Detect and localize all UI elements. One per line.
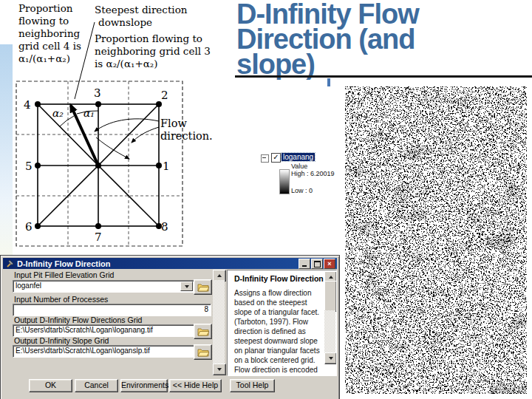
window-controls: ×	[299, 259, 335, 269]
folder-icon	[197, 327, 209, 336]
flow-direction-map	[345, 86, 527, 394]
pit-filled-combo[interactable]: loganfel	[13, 280, 194, 293]
flow-direction-label: Flow	[160, 117, 187, 129]
legend-low-value: Low : 0	[291, 187, 313, 194]
dialog-titlebar[interactable]: D-Infinity Flow Direction ×	[3, 258, 337, 269]
prop-cell3-text: Proportion flowing to	[95, 33, 202, 44]
processes-value: 8	[204, 305, 208, 313]
node-label-3: 3	[94, 86, 101, 100]
svg-text:grid cell 4 is: grid cell 4 is	[18, 40, 81, 52]
scroll-down-button[interactable]	[213, 364, 226, 375]
node-label-5: 5	[25, 160, 33, 173]
minimize-button[interactable]	[299, 259, 310, 269]
field-label-flowdir-grid: Output D-Infinity Flow Directions Grid	[14, 316, 142, 324]
alpha1-label: α₁	[83, 107, 94, 119]
svg-text:downslope: downslope	[98, 16, 152, 28]
dialog-title: D-Infinity Flow Direction	[17, 259, 111, 268]
browse-button-input[interactable]	[194, 279, 212, 295]
hide-help-button[interactable]: << Hide Help	[169, 379, 222, 392]
minimize-icon	[302, 265, 307, 267]
geoprocessing-dialog: D-Infinity Flow Direction × Input Pit Fi…	[0, 255, 340, 399]
expander-minus-icon[interactable]	[261, 154, 269, 163]
close-button[interactable]: ×	[324, 259, 335, 269]
browse-button-flowdir[interactable]	[194, 324, 212, 339]
svg-text:α₁/(α₁+α₂): α₁/(α₁+α₂)	[18, 52, 70, 64]
folder-icon	[197, 282, 209, 292]
processes-input[interactable]: 8	[13, 304, 211, 316]
arrow-up-icon	[217, 274, 222, 277]
svg-text:direction.: direction.	[160, 130, 213, 142]
arrow-up-icon	[329, 276, 333, 279]
svg-text:flowing to: flowing to	[18, 15, 69, 27]
node-label-4: 4	[24, 98, 31, 112]
page-title: D-Infinity Flow Direction (and slope)	[236, 1, 532, 77]
prop-cell4-text: Proportion	[18, 2, 73, 14]
folder-icon	[197, 347, 209, 357]
browse-button-slope[interactable]	[194, 344, 212, 360]
layer-checkbox[interactable]: ✓	[271, 153, 281, 163]
alpha2-label: α₂	[52, 107, 63, 119]
chevron-down-icon	[185, 285, 189, 288]
flowdir-grid-input[interactable]: E:\Users\dtarb\Scratch\Logan\loganang.ti…	[13, 324, 194, 337]
help-text: Assigns a flow direction based on the st…	[234, 288, 321, 375]
legend-value-label: Value	[291, 163, 307, 170]
field-label-pit-filled: Input Pit Filled Elevation Grid	[14, 270, 114, 279]
grayscale-color-ramp	[279, 169, 290, 194]
svg-text:neighboring grid cell 3: neighboring grid cell 3	[95, 45, 211, 57]
arrow-down-icon	[329, 357, 333, 360]
field-label-processes: Input Number of Processes	[14, 295, 108, 304]
page-title-line: Direction (and	[236, 27, 532, 52]
title-underline	[235, 75, 532, 78]
layer-name[interactable]: loganang	[282, 153, 315, 161]
slope-grid-value: E:\Users\dtarb\Scratch\Logan\loganslp.ti…	[16, 347, 150, 355]
maximize-button[interactable]	[311, 259, 323, 269]
check-icon: ✓	[273, 153, 279, 161]
page-title-line: D-Infinity Flow	[236, 1, 532, 27]
pit-filled-value: loganfel	[16, 282, 41, 290]
environments-button[interactable]: Environments...	[120, 379, 168, 392]
scrollbar-thumb[interactable]	[324, 281, 337, 312]
field-label-slope-grid: Output D-Infinity Slope Grid	[14, 336, 109, 345]
node-label-1: 1	[163, 160, 170, 173]
node-label-2: 2	[161, 89, 168, 102]
node-label-6: 6	[25, 220, 33, 233]
scrollbar-track[interactable]	[213, 280, 225, 364]
arrow-down-icon	[217, 368, 222, 371]
slide: D-Infinity Flow Direction (and slope)	[0, 0, 532, 399]
help-scrollbar[interactable]	[324, 271, 335, 363]
legend-high-value: High : 6.20019	[291, 170, 335, 177]
node-label-8: 8	[161, 220, 168, 233]
scrollbar-track[interactable]	[324, 310, 335, 353]
slope-grid-input[interactable]: E:\Users\dtarb\Scratch\Logan\loganslp.ti…	[13, 345, 194, 358]
tool-help-button[interactable]: Tool Help	[230, 379, 275, 392]
blue-artifact	[327, 78, 330, 86]
svg-text:neighboring: neighboring	[18, 27, 81, 39]
cancel-button[interactable]: Cancel	[75, 379, 118, 392]
page-title-line: slope)	[236, 52, 532, 77]
close-icon: ×	[327, 261, 331, 267]
svg-text:is α₂/(α₁+α₂): is α₂/(α₁+α₂)	[95, 58, 158, 69]
steepest-direction-text: Steepest direction	[95, 4, 188, 16]
dinf-diagram: Proportion flowing to neighboring grid c…	[13, 0, 229, 251]
flowdir-grid-value: E:\Users\dtarb\Scratch\Logan\loganang.ti…	[16, 326, 153, 334]
node-label-7: 7	[95, 231, 102, 244]
maximize-icon	[314, 261, 321, 267]
help-panel: D-Infinity Flow Direction Assigns a flow…	[227, 270, 337, 376]
tool-hammer-icon	[5, 259, 14, 268]
help-heading: D-Infinity Flow Direction	[234, 274, 324, 283]
ok-button[interactable]: OK	[29, 379, 72, 392]
form-scrollbar[interactable]	[213, 270, 225, 374]
combo-dropdown-button[interactable]	[180, 282, 193, 291]
scroll-down-button[interactable]	[324, 352, 337, 364]
